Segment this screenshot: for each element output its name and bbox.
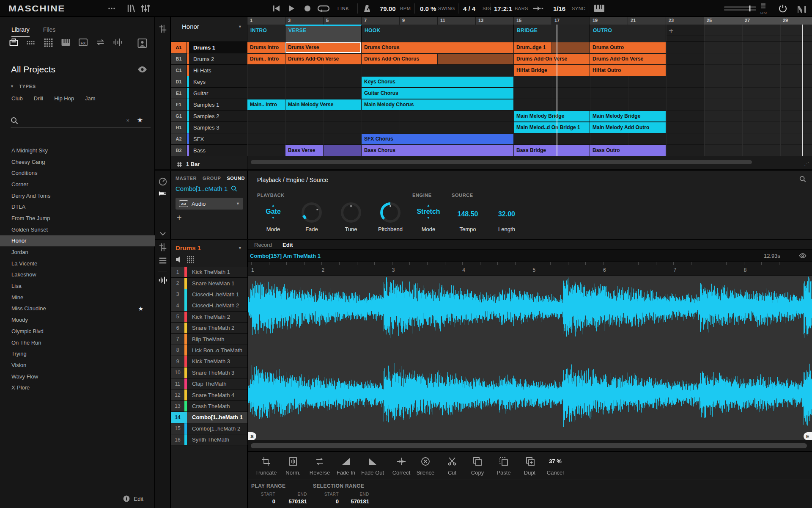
automation-icon[interactable] bbox=[158, 177, 167, 186]
page-search-icon[interactable] bbox=[799, 176, 806, 182]
pattern-block[interactable]: Main Melody Add Outro bbox=[590, 122, 666, 133]
pad-name[interactable]: ClosedH..heMath 2 bbox=[187, 300, 247, 311]
arranger-scrollbar-thumb[interactable] bbox=[251, 160, 752, 164]
tab-library[interactable]: Library bbox=[11, 26, 30, 37]
group-name[interactable]: Samples 1 bbox=[189, 99, 247, 110]
project-item[interactable]: La Vicente bbox=[0, 258, 155, 269]
timeline-bar[interactable]: 1 bbox=[247, 17, 285, 25]
pattern-block[interactable] bbox=[552, 42, 590, 53]
scene-header[interactable]: INTRO bbox=[247, 25, 285, 42]
waveform-canvas[interactable] bbox=[248, 276, 812, 440]
pad-name[interactable]: Synth TheMath bbox=[187, 434, 247, 445]
group-name[interactable]: Guitar bbox=[189, 88, 247, 99]
pad-row[interactable]: 8Lick Bon..o TheMath bbox=[171, 345, 247, 356]
project-item[interactable]: Wavy Flow bbox=[0, 371, 155, 382]
timeline-bar[interactable]: 27 bbox=[742, 17, 780, 25]
pad-row[interactable]: 14Combo[1..heMath 1 bbox=[171, 412, 247, 423]
timeline-bar[interactable]: 9 bbox=[400, 17, 438, 25]
metronome-icon[interactable] bbox=[363, 0, 371, 17]
master-volume-slider[interactable] bbox=[724, 0, 758, 17]
cancel-button[interactable]: 37 %Cancel bbox=[540, 455, 570, 476]
sig-value[interactable]: 4 / 4 bbox=[463, 0, 475, 17]
pad-grid-icon[interactable] bbox=[187, 256, 194, 263]
scene-header[interactable]: HOOK bbox=[362, 25, 514, 42]
pad-number[interactable]: 13 bbox=[171, 401, 184, 411]
project-item[interactable]: DTLA bbox=[0, 201, 155, 213]
sample-editor-icon[interactable] bbox=[158, 275, 167, 285]
group-row[interactable]: A2SFX bbox=[171, 133, 247, 145]
pad-number[interactable]: 16 bbox=[171, 434, 184, 445]
pad-number[interactable]: 6 bbox=[171, 323, 184, 333]
group-id[interactable]: A1 bbox=[171, 42, 187, 53]
groups-filter-icon[interactable] bbox=[26, 37, 36, 47]
pad-number[interactable]: 15 bbox=[171, 423, 184, 434]
project-item[interactable]: Jordan bbox=[0, 246, 155, 258]
project-item[interactable]: Honor bbox=[0, 235, 155, 247]
pattern-block[interactable]: Drum.. Intro bbox=[247, 54, 285, 64]
pad-number[interactable]: 14 bbox=[171, 412, 184, 422]
timeline-bar[interactable]: 21 bbox=[628, 17, 666, 25]
pattern-block[interactable]: Bass Outro bbox=[590, 145, 666, 156]
timeline-bar[interactable]: 17 bbox=[552, 17, 590, 25]
pattern-block[interactable]: Drums Add-On Verse bbox=[514, 54, 590, 64]
timeline-bar[interactable]: 11 bbox=[438, 17, 476, 25]
project-item[interactable]: Golden Sunset bbox=[0, 224, 155, 235]
pad-row[interactable]: 10Snare TheMath 3 bbox=[171, 367, 247, 378]
sel-start-value[interactable]: 0 bbox=[315, 498, 339, 505]
follow-icon[interactable] bbox=[533, 0, 544, 17]
pattern-block[interactable] bbox=[438, 54, 513, 64]
project-item[interactable]: A Midnight Sky bbox=[0, 145, 155, 156]
play-end-value[interactable]: 570181 bbox=[280, 498, 307, 505]
project-item[interactable]: Conditions bbox=[0, 167, 155, 179]
plugin-icon[interactable] bbox=[158, 189, 167, 198]
pattern-block[interactable]: Drum..dge 1 bbox=[514, 42, 551, 53]
norm-button[interactable]: Norm. bbox=[278, 455, 308, 476]
timeline-bar[interactable]: 19 bbox=[590, 17, 628, 25]
sound-search-icon[interactable] bbox=[231, 185, 237, 192]
group-name[interactable]: Samples 2 bbox=[189, 110, 247, 121]
pattern-editor-icon[interactable] bbox=[158, 242, 167, 252]
grid-setting[interactable]: 1 Bar bbox=[176, 161, 200, 167]
down-arrow-icon[interactable]: ▼ bbox=[411, 216, 445, 220]
arranger-scrollbar[interactable] bbox=[247, 159, 812, 165]
copy-button[interactable]: Copy bbox=[463, 455, 492, 476]
length-value[interactable]: 32.00 bbox=[486, 210, 528, 218]
fadein-button[interactable]: Fade In bbox=[331, 455, 361, 476]
group-row[interactable]: B2Bass bbox=[171, 145, 247, 156]
timeline-bar[interactable]: 25 bbox=[704, 17, 742, 25]
group-name[interactable]: Drums 2 bbox=[189, 53, 247, 64]
pattern-block[interactable]: Drums Outro bbox=[590, 42, 666, 53]
engine-mode-selector[interactable]: ▲ Stretch ▼ bbox=[411, 204, 445, 220]
types-header[interactable]: ▼ TYPES bbox=[10, 84, 36, 89]
sample-end-marker[interactable]: E bbox=[804, 432, 812, 440]
group-row[interactable]: D1Keys bbox=[171, 76, 247, 88]
pattern-block[interactable]: Drums Chorus bbox=[362, 42, 513, 53]
timeline-bar[interactable]: 15 bbox=[514, 17, 552, 25]
scene-header[interactable]: VERSE bbox=[285, 25, 362, 42]
sound-name[interactable]: Combo[1..eMath 1 bbox=[176, 185, 228, 192]
mixer-icon[interactable] bbox=[140, 0, 151, 17]
pattern-block[interactable]: Bass Verse bbox=[285, 145, 323, 156]
pad-number[interactable]: 2 bbox=[171, 278, 184, 288]
playback-mode-selector[interactable]: ▲ Gate ▼ bbox=[256, 204, 290, 220]
fade-knob[interactable] bbox=[301, 202, 323, 224]
add-plugin-button[interactable]: + bbox=[177, 213, 182, 223]
favorites-filter-icon[interactable]: ★ bbox=[137, 116, 143, 124]
pattern-block[interactable]: HiHat Outro bbox=[590, 65, 666, 76]
pad-number[interactable]: 8 bbox=[171, 345, 184, 356]
edit-footer[interactable]: Edit bbox=[123, 495, 143, 502]
pad-name[interactable]: Crash TheMath bbox=[187, 401, 247, 411]
up-arrow-icon[interactable]: ▲ bbox=[411, 204, 445, 207]
timeline-bar[interactable]: 5 bbox=[324, 17, 362, 25]
plugin-slot[interactable]: AU Audio ▼ bbox=[176, 198, 243, 210]
pad-row[interactable]: 15Combo[1..heMath 2 bbox=[171, 423, 247, 434]
timeline-bar[interactable]: 13 bbox=[476, 17, 514, 25]
project-item[interactable]: From The Jump bbox=[0, 213, 155, 224]
scene-header[interactable]: OUTRO bbox=[590, 25, 666, 42]
pattern-block[interactable]: Drums Add-On Verse bbox=[285, 54, 361, 64]
play-start-value[interactable]: 0 bbox=[252, 498, 275, 505]
group-row[interactable]: H1Samples 3 bbox=[171, 122, 247, 133]
pad-name[interactable]: Snare TheMath 2 bbox=[187, 323, 247, 333]
tempo-value[interactable]: 148.50 bbox=[447, 210, 489, 218]
group-row[interactable]: F1Samples 1 bbox=[171, 99, 247, 110]
